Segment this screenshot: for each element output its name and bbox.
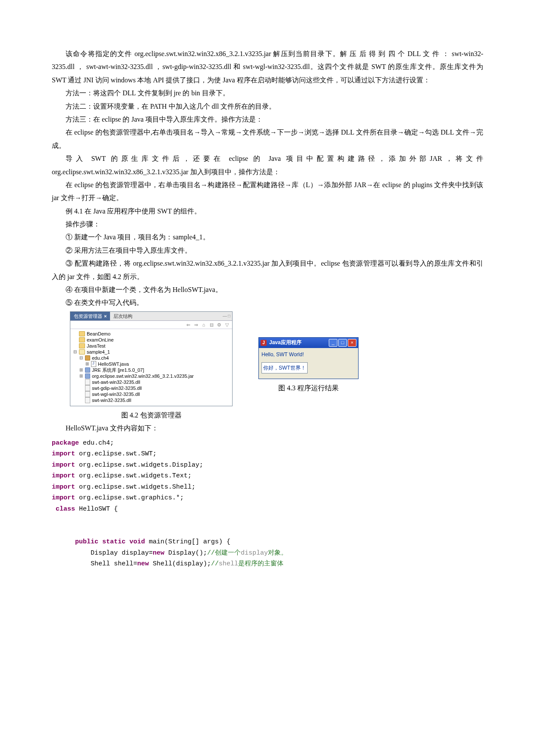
window-titlebar[interactable]: J Java应用程序 _ □ × xyxy=(259,338,358,348)
minimize-icon[interactable]: — xyxy=(223,313,227,319)
figure-caption: 图 4.2 包资源管理器 xyxy=(70,409,233,422)
tree-item-package[interactable]: ⊟edu.ch4 xyxy=(73,355,230,361)
document-page: 该命令将指定的文件 org.eclipse.swt.win32.win32.x8… xyxy=(0,0,535,756)
package-explorer-panel: 包资源管理器 × 层次结构 — □ ⇐ ⇒ ⌂ ⊟ ⚙ ▽ xyxy=(70,311,233,406)
tree-item-dll[interactable]: swt-wgl-win32-3235.dll xyxy=(73,391,230,397)
close-button[interactable]: × xyxy=(348,339,356,347)
tab-package-explorer[interactable]: 包资源管理器 × xyxy=(70,312,110,320)
tree-item-examonline[interactable]: examOnLine xyxy=(73,337,230,343)
tree-item-beandemo[interactable]: BeanDemo xyxy=(73,331,230,337)
steps-label: 操作步骤： xyxy=(52,218,483,231)
figures-row: 包资源管理器 × 层次结构 — □ ⇐ ⇒ ⌂ ⊟ ⚙ ▽ xyxy=(52,311,483,422)
step-4: ④ 在项目中新建一个类，文件名为 HelloSWT.java。 xyxy=(52,283,483,296)
filter-icon[interactable]: ⚙ xyxy=(217,322,222,328)
folder-icon xyxy=(79,343,85,348)
collapse-icon[interactable]: ⊟ xyxy=(209,322,214,328)
tree-item-dll[interactable]: swt-win32-3235.dll xyxy=(73,397,230,403)
close-icon[interactable]: × xyxy=(104,313,107,319)
link-icon[interactable]: ⌂ xyxy=(201,322,206,328)
folder-open-icon xyxy=(79,349,85,354)
app-text-field[interactable]: 你好，SWT世界！ xyxy=(261,362,308,374)
tree-item-jre[interactable]: ⊞JRE 系统库 [jre1.5.0_07] xyxy=(73,367,230,373)
figure-java-app: J Java应用程序 _ □ × Hello, SWT World! 你好，SW… xyxy=(258,311,359,395)
minimize-button[interactable]: _ xyxy=(329,339,337,347)
tree-item-swtjar[interactable]: ⊞org.eclipse.swt.win32.win32.x86_3.2.1.v… xyxy=(73,373,230,379)
method-1: 方法一：将这四个 DLL 文件复制到 jre 的 bin 目录下。 xyxy=(52,87,483,100)
paragraph: 该命令将指定的文件 org.eclipse.swt.win32.win32.x8… xyxy=(52,47,483,87)
java-icon: J xyxy=(261,340,267,346)
tab-label: 包资源管理器 xyxy=(74,313,102,319)
method-2: 方法二：设置环境变量，在 PATH 中加入这几个 dll 文件所在的目录。 xyxy=(52,100,483,113)
library-icon xyxy=(85,367,90,373)
app-text-line: Hello, SWT World! xyxy=(261,350,356,360)
paragraph: 在 eclipse 的包资源管理器中,右单击项目名→导入→常规→文件系统→下一步… xyxy=(52,126,483,152)
jar-icon xyxy=(85,373,90,379)
dll-icon xyxy=(85,379,90,385)
step-5: ⑤ 在类文件中写入代码。 xyxy=(52,296,483,309)
menu-icon[interactable]: ▽ xyxy=(224,322,230,328)
window-body: Hello, SWT World! 你好，SWT世界！ xyxy=(259,348,358,379)
paragraph: 导入 SWT 的原生库文件后，还要在 eclipse 的 Java 项目中配置构… xyxy=(52,152,483,179)
tree-item-javatest[interactable]: JavaTest xyxy=(73,343,230,349)
folder-icon xyxy=(79,337,85,342)
back-icon[interactable]: ⇐ xyxy=(186,322,191,328)
step-1: ① 新建一个 Java 项目，项目名为：sample4_1。 xyxy=(52,231,483,244)
dll-icon xyxy=(85,391,90,397)
dll-icon xyxy=(85,397,90,403)
figure-package-explorer: 包资源管理器 × 层次结构 — □ ⇐ ⇒ ⌂ ⊟ ⚙ ▽ xyxy=(70,311,233,422)
maximize-button[interactable]: □ xyxy=(338,339,347,347)
paragraph: 在 eclipse 的包资源管理器中，右单击项目名→构建路径→配置构建路径→库（… xyxy=(52,179,483,205)
dll-icon xyxy=(85,385,90,391)
java-app-window: J Java应用程序 _ □ × Hello, SWT World! 你好，SW… xyxy=(258,337,359,380)
paragraph: HelloSWT.java 文件内容如下： xyxy=(52,422,483,435)
window-title: Java应用程序 xyxy=(269,338,326,348)
java-file-icon xyxy=(91,361,96,367)
panel-toolbar: ⇐ ⇒ ⌂ ⊟ ⚙ ▽ xyxy=(70,321,232,329)
tree-item-javafile[interactable]: ⊞HelloSWT.java xyxy=(73,361,230,367)
tree-item-dll[interactable]: swt-awt-win32-3235.dll xyxy=(73,379,230,385)
tree-item-sample4-1[interactable]: ⊟sample4_1 xyxy=(73,349,230,355)
package-icon xyxy=(85,355,90,361)
example-label: 例 4.1 在 Java 应用程序中使用 SWT 的组件。 xyxy=(52,205,483,218)
step-3: ③ 配置构建路径，将 org.eclipse.swt.win32.win32.x… xyxy=(52,257,483,283)
tree-item-dll[interactable]: swt-gdip-win32-3235.dll xyxy=(73,385,230,391)
step-2: ② 采用方法三在项目中导入原生库文件。 xyxy=(52,244,483,257)
figure-caption: 图 4.3 程序运行结果 xyxy=(258,382,359,395)
tab-hierarchy[interactable]: 层次结构 xyxy=(110,312,136,320)
method-3: 方法三：在 eclipse 的 Java 项目中导入原生库文件。操作方法是： xyxy=(52,113,483,126)
project-tree: BeanDemo examOnLine JavaTest ⊟sample4_1 … xyxy=(70,329,232,406)
maximize-icon[interactable]: □ xyxy=(228,313,230,319)
panel-tabs: 包资源管理器 × 层次结构 — □ xyxy=(70,312,232,321)
forward-icon[interactable]: ⇒ xyxy=(193,322,198,328)
folder-icon xyxy=(79,331,85,336)
code-block: package edu.ch4; import org.eclipse.swt.… xyxy=(52,438,483,570)
